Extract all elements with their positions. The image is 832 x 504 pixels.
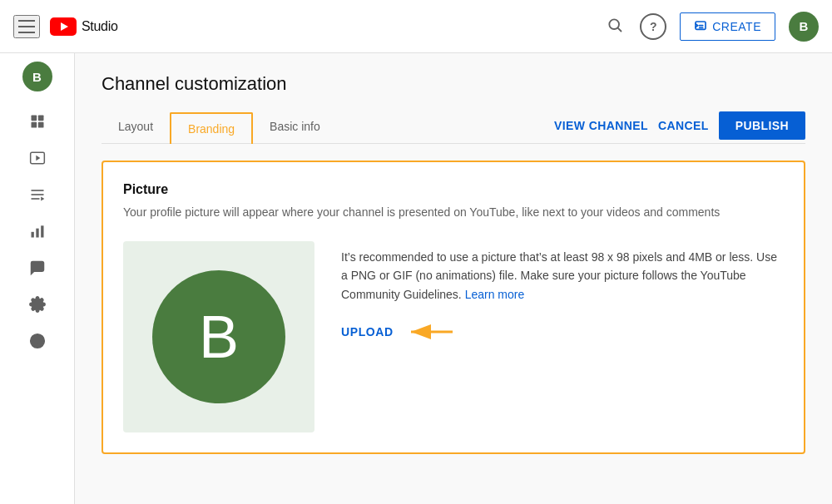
picture-info-text: It’s recommended to use a picture that’s… [341,248,784,304]
feedback-icon [29,333,46,349]
svg-line-3 [618,28,622,32]
logo-area: Studio [50,17,118,36]
header-right: ? CREATE B [603,12,819,42]
dashboard-icon [29,113,46,130]
create-label: CREATE [712,20,761,33]
picture-info: It’s recommended to use a picture that’s… [341,241,784,343]
svg-rect-17 [31,232,33,238]
sidebar: B [0,53,75,504]
upload-button[interactable]: UPLOAD [341,325,394,338]
search-button[interactable] [603,13,626,39]
upload-area: UPLOAD [341,320,784,343]
studio-label: Studio [82,19,118,34]
tabs-header: Layout Branding Basic info VIEW CHANNEL … [102,111,805,144]
sidebar-item-videos[interactable] [0,141,74,175]
create-button[interactable]: CREATE [680,12,775,41]
svg-rect-8 [37,116,43,121]
avatar-preview-container: B [123,241,314,432]
svg-rect-10 [37,122,43,128]
sidebar-item-settings[interactable] [0,288,74,321]
arrow-icon [407,320,457,343]
picture-card: Picture Your profile picture will appear… [102,161,805,454]
playlists-icon [29,186,46,203]
svg-rect-19 [41,225,43,237]
content-area: Channel customization Layout Branding Ba… [75,53,832,504]
svg-marker-12 [36,156,40,161]
analytics-icon [29,223,46,240]
tab-actions: VIEW CHANNEL CANCEL PUBLISH [554,111,805,143]
comments-icon [29,259,46,276]
tab-layout[interactable]: Layout [102,111,170,144]
help-button[interactable]: ? [640,13,666,40]
menu-button[interactable] [13,15,40,38]
sidebar-item-dashboard[interactable] [0,105,74,138]
videos-icon [29,150,46,166]
tab-branding[interactable]: Branding [170,112,253,144]
view-channel-button[interactable]: VIEW CHANNEL [554,119,648,132]
svg-rect-18 [36,229,38,238]
picture-card-title: Picture [123,182,784,197]
svg-rect-9 [31,122,37,128]
sidebar-item-analytics[interactable] [0,215,74,248]
sidebar-item-feedback[interactable] [0,324,74,358]
svg-rect-7 [31,116,37,121]
svg-marker-16 [41,197,44,201]
sidebar-item-playlists[interactable] [0,178,74,211]
publish-button[interactable]: PUBLISH [719,111,805,140]
main-layout: B [0,53,832,504]
learn-more-link[interactable]: Learn more [465,288,525,301]
page-title: Channel customization [102,73,805,95]
picture-card-description: Your profile picture will appear where y… [123,204,784,221]
user-avatar-button[interactable]: B [789,12,819,42]
tab-basic-info[interactable]: Basic info [253,111,337,144]
cancel-button[interactable]: CANCEL [658,119,709,132]
settings-icon [29,296,46,313]
avatar-large: B [152,270,285,403]
sidebar-avatar[interactable]: B [22,62,52,91]
app-header: Studio ? CREATE B [0,0,832,53]
sidebar-item-comments[interactable] [0,251,74,284]
picture-card-body: B It’s recommended to use a picture that… [123,241,784,432]
youtube-logo-icon [50,17,77,36]
header-left: Studio [13,15,603,38]
